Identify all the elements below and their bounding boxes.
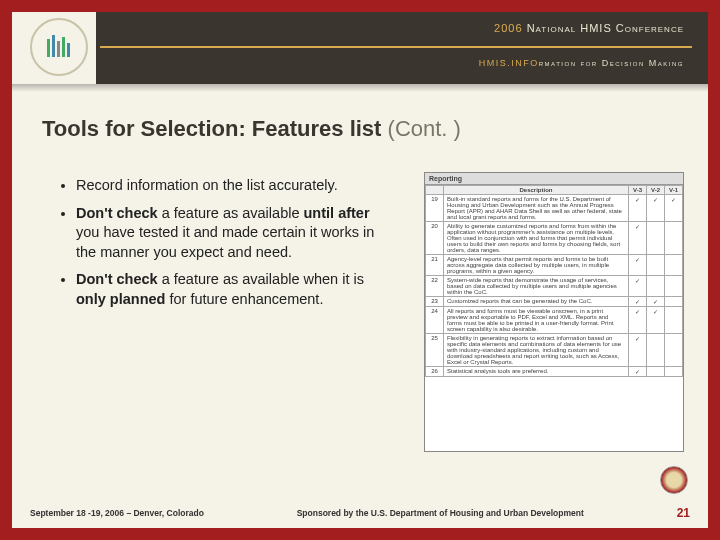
row-desc: Customized reports that can be generated… bbox=[444, 297, 629, 307]
conference-name: National HMIS Conference bbox=[527, 22, 684, 34]
row-check-v3: ✓ bbox=[629, 255, 647, 276]
col-num bbox=[426, 186, 444, 195]
conference-title: 2006 National HMIS Conference bbox=[494, 22, 684, 34]
bullet-item: Don't check a feature as available when … bbox=[76, 270, 388, 309]
slide-title: Tools for Selection: Features list (Cont… bbox=[42, 116, 461, 142]
bullet-text: a feature as available bbox=[158, 205, 304, 221]
row-num: 24 bbox=[426, 307, 444, 334]
table-header-row: Description V-3 V-2 V-1 bbox=[426, 186, 683, 195]
page-number: 21 bbox=[677, 506, 690, 520]
tagline-accent: HMIS.INFO bbox=[479, 58, 539, 68]
footer: September 18 -19, 2006 – Denver, Colorad… bbox=[12, 506, 708, 520]
row-check-v3: ✓ bbox=[629, 367, 647, 377]
table-row: 20Ability to generate customized reports… bbox=[426, 222, 683, 255]
slide-title-main: Tools for Selection: Features list bbox=[42, 116, 381, 141]
col-v1: V-1 bbox=[665, 186, 683, 195]
row-num: 22 bbox=[426, 276, 444, 297]
row-desc: Built-in standard reports and forms for … bbox=[444, 195, 629, 222]
hud-logo bbox=[30, 18, 88, 76]
bullet-text: a feature as available when it is bbox=[158, 271, 364, 287]
row-desc: Ability to generate customized reports a… bbox=[444, 222, 629, 255]
bullet-bold: only planned bbox=[76, 291, 165, 307]
bullet-bold: Don't check bbox=[76, 205, 158, 221]
svg-rect-1 bbox=[52, 35, 55, 57]
col-v2: V-2 bbox=[647, 186, 665, 195]
row-check-v2 bbox=[647, 255, 665, 276]
conference-year: 2006 bbox=[494, 22, 522, 34]
row-desc: Statistical analysis tools are preferred… bbox=[444, 367, 629, 377]
svg-rect-4 bbox=[67, 43, 70, 57]
features-table: Reporting Description V-3 V-2 V-1 19Buil… bbox=[424, 172, 684, 452]
row-check-v2 bbox=[647, 367, 665, 377]
row-check-v1 bbox=[665, 297, 683, 307]
slide-title-cont: (Cont. ) bbox=[388, 116, 461, 141]
svg-rect-2 bbox=[57, 41, 60, 57]
tagline: HMIS.INFOrmation for Decision Making bbox=[479, 58, 684, 68]
accent-rule bbox=[100, 46, 692, 48]
row-check-v3: ✓ bbox=[629, 307, 647, 334]
col-v3: V-3 bbox=[629, 186, 647, 195]
row-check-v1 bbox=[665, 307, 683, 334]
row-num: 19 bbox=[426, 195, 444, 222]
header-shadow bbox=[12, 84, 708, 92]
row-check-v1 bbox=[665, 276, 683, 297]
bullet-text: for future enhancement. bbox=[165, 291, 323, 307]
bullet-item: Record information on the list accuratel… bbox=[76, 176, 388, 196]
row-check-v3: ✓ bbox=[629, 334, 647, 367]
row-check-v1 bbox=[665, 222, 683, 255]
row-check-v3: ✓ bbox=[629, 276, 647, 297]
col-desc: Description bbox=[444, 186, 629, 195]
row-desc: Agency-level reports that permit reports… bbox=[444, 255, 629, 276]
bullet-item: Don't check a feature as available until… bbox=[76, 204, 388, 263]
corner-seal-icon bbox=[660, 466, 688, 494]
row-check-v3: ✓ bbox=[629, 222, 647, 255]
table-row: 26Statistical analysis tools are preferr… bbox=[426, 367, 683, 377]
row-check-v1 bbox=[665, 367, 683, 377]
svg-rect-3 bbox=[62, 37, 65, 57]
row-check-v1: ✓ bbox=[665, 195, 683, 222]
row-num: 26 bbox=[426, 367, 444, 377]
row-check-v2: ✓ bbox=[647, 297, 665, 307]
table-row: 24All reports and forms must be viewable… bbox=[426, 307, 683, 334]
footer-sponsor: Sponsored by the U.S. Department of Hous… bbox=[297, 508, 584, 518]
tagline-rest: rmation for Decision Making bbox=[539, 58, 684, 68]
table-row: 19Built-in standard reports and forms fo… bbox=[426, 195, 683, 222]
row-check-v1 bbox=[665, 334, 683, 367]
table-grid: Description V-3 V-2 V-1 19Built-in stand… bbox=[425, 185, 683, 377]
row-desc: Flexibility in generating reports to ext… bbox=[444, 334, 629, 367]
bullet-bold: until after bbox=[304, 205, 370, 221]
row-check-v2: ✓ bbox=[647, 307, 665, 334]
table-row: 21Agency-level reports that permit repor… bbox=[426, 255, 683, 276]
svg-rect-0 bbox=[47, 39, 50, 57]
row-num: 20 bbox=[426, 222, 444, 255]
row-check-v2 bbox=[647, 222, 665, 255]
row-check-v2 bbox=[647, 334, 665, 367]
row-num: 21 bbox=[426, 255, 444, 276]
row-check-v1 bbox=[665, 255, 683, 276]
row-num: 25 bbox=[426, 334, 444, 367]
table-body: 19Built-in standard reports and forms fo… bbox=[426, 195, 683, 377]
header-band: 2006 National HMIS Conference HMIS.INFOr… bbox=[12, 12, 708, 84]
bullet-text: Record information on the list accuratel… bbox=[76, 177, 338, 193]
row-num: 23 bbox=[426, 297, 444, 307]
row-check-v3: ✓ bbox=[629, 195, 647, 222]
bullet-text: you have tested it and made certain it w… bbox=[76, 224, 374, 260]
bullet-list: Record information on the list accuratel… bbox=[58, 176, 388, 317]
footer-date-location: September 18 -19, 2006 – Denver, Colorad… bbox=[30, 508, 204, 518]
row-desc: System-wide reports that demonstrate the… bbox=[444, 276, 629, 297]
row-desc: All reports and forms must be viewable o… bbox=[444, 307, 629, 334]
row-check-v2 bbox=[647, 276, 665, 297]
row-check-v3: ✓ bbox=[629, 297, 647, 307]
row-check-v2: ✓ bbox=[647, 195, 665, 222]
table-row: 25Flexibility in generating reports to e… bbox=[426, 334, 683, 367]
bullet-bold: Don't check bbox=[76, 271, 158, 287]
table-row: 23Customized reports that can be generat… bbox=[426, 297, 683, 307]
table-row: 22System-wide reports that demonstrate t… bbox=[426, 276, 683, 297]
table-section-header: Reporting bbox=[425, 173, 683, 185]
